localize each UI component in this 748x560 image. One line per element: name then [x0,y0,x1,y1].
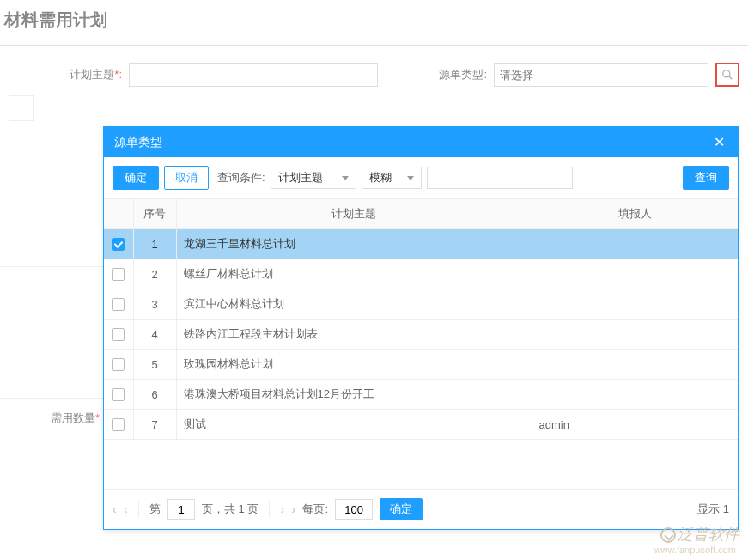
cell-seq: 1 [133,229,176,259]
table-row[interactable]: 6港珠澳大桥项目材料总计划12月份开工 [104,380,738,410]
pager-prev-button[interactable]: ‹ [124,502,128,516]
svg-point-0 [723,70,730,77]
pager-perpage-input[interactable] [335,499,373,520]
table-row[interactable]: 5玫瑰园材料总计划 [104,350,738,380]
query-button[interactable]: 查询 [683,166,729,190]
modal-body: 序号 计划主题 填报人 1龙湖三千里材料总计划2螺丝厂材料总计划3滨江中心材料总… [104,199,738,489]
pager-status: 显示 1 [429,502,729,517]
modal-footer: ‹‹ ‹ 第 页，共 1 页 › ›› 每页: 确定 显示 1 [104,489,738,529]
cell-reporter [532,380,738,410]
plan-topic-input[interactable] [129,63,378,87]
results-table: 序号 计划主题 填报人 1龙湖三千里材料总计划2螺丝厂材料总计划3滨江中心材料总… [104,199,738,440]
row-checkbox[interactable] [112,298,125,311]
cell-seq: 7 [133,410,176,440]
source-type-select[interactable] [494,63,708,87]
col-reporter: 填报人 [532,199,738,229]
modal-header: 源单类型 ✕ [104,127,738,157]
plan-topic-label: 计划主题*: [9,67,129,82]
cell-topic: 龙湖三千里材料总计划 [176,229,532,259]
row-checkbox[interactable] [112,328,125,341]
cell-seq: 6 [133,380,176,410]
cell-topic: 铁路内江工程段主材计划表 [176,320,532,350]
condition-label: 查询条件: [217,170,265,186]
cell-reporter [532,350,738,380]
cell-topic: 滨江中心材料总计划 [176,289,532,320]
cancel-button[interactable]: 取消 [164,166,209,190]
pager-last-button[interactable]: ›› [291,502,295,516]
table-row[interactable]: 1龙湖三千里材料总计划 [104,229,738,259]
table-row[interactable]: 7测试admin [104,410,738,440]
col-topic: 计划主题 [176,199,532,229]
cell-topic: 测试 [176,410,532,440]
row-checkbox[interactable] [112,388,125,401]
table-row[interactable]: 4铁路内江工程段主材计划表 [104,320,738,350]
search-icon [721,69,733,81]
pager-page-input[interactable] [167,499,195,520]
cell-topic: 螺丝厂材料总计划 [176,259,532,289]
cell-seq: 5 [133,350,176,380]
table-row[interactable]: 3滨江中心材料总计划 [104,289,738,320]
cell-reporter [532,289,738,320]
modal-toolbar: 确定 取消 查询条件: 计划主题 模糊 查询 [104,157,738,199]
pager-first-button[interactable]: ‹‹ [113,502,117,516]
row-checkbox[interactable] [112,358,125,371]
row-checkbox[interactable] [112,268,125,281]
query-input[interactable] [427,167,573,189]
qty-label: 需用数量* [0,404,103,433]
cell-seq: 4 [133,320,176,350]
cell-topic: 玫瑰园材料总计划 [176,350,532,380]
svg-line-1 [729,76,733,80]
watermark-url: www.fanpusoft.com [654,545,736,555]
cell-reporter [532,320,738,350]
pager-next-button[interactable]: › [280,502,284,516]
mode-select[interactable]: 模糊 [362,167,422,189]
cell-reporter: admin [532,410,738,440]
source-type-label: 源单类型: [439,67,494,82]
row-checkbox[interactable] [112,238,125,251]
page-title: 材料需用计划 [0,0,748,46]
pager-page-pre: 第 [149,502,161,517]
table-row[interactable]: 2螺丝厂材料总计划 [104,259,738,289]
field-select[interactable]: 计划主题 [271,167,356,189]
cell-topic: 港珠澳大桥项目材料总计划12月份开工 [176,380,532,410]
ok-button[interactable]: 确定 [113,166,159,190]
pager-confirm-button[interactable]: 确定 [380,498,423,520]
modal-close-button[interactable]: ✕ [710,134,727,150]
pager-perpage-label: 每页: [302,502,328,517]
source-type-search-button[interactable] [715,63,739,87]
cell-reporter [532,229,738,259]
pager-page-post: 页，共 1 页 [202,502,258,517]
background-form: 计划主题*: 源单类型: [0,46,748,138]
cell-seq: 2 [133,259,176,289]
source-type-modal: 源单类型 ✕ 确定 取消 查询条件: 计划主题 模糊 查询 序号 计划主题 填报… [103,126,739,530]
cell-reporter [532,259,738,289]
row-checkbox[interactable] [112,418,125,431]
col-checkbox [104,199,133,229]
col-seq: 序号 [133,199,176,229]
modal-title: 源单类型 [114,135,162,150]
cell-seq: 3 [133,289,176,320]
